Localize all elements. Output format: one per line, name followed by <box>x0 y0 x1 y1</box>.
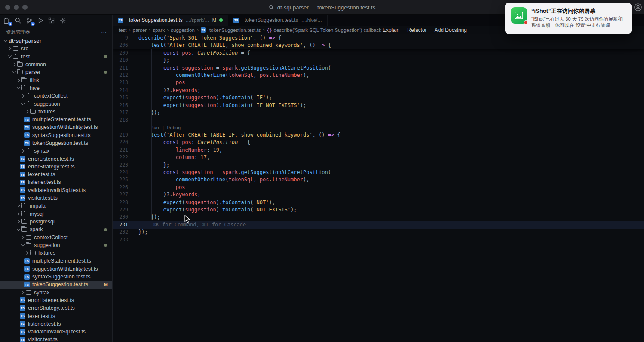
code-line-231[interactable]: 231 ⌘K for Command, ⌘I for Cascade <box>113 221 644 229</box>
code-line-230[interactable]: 230 }); <box>113 214 644 221</box>
tree-folder-mysql[interactable]: mysql <box>0 210 112 218</box>
tree-folder-hive[interactable]: hive <box>0 84 112 92</box>
code-line-220[interactable]: 220 const pos: CaretPosition = { <box>113 139 644 146</box>
tree-item-label: syntaxSuggestion.test.ts <box>32 274 91 280</box>
tree-folder-test[interactable]: test <box>0 53 112 61</box>
code-action-refactor[interactable]: Refactor <box>407 27 426 33</box>
tree-folder-fixtures[interactable]: fixtures <box>0 249 112 257</box>
typescript-file-icon: TS <box>20 329 25 335</box>
tree-folder-contextCollect[interactable]: contextCollect <box>0 233 112 241</box>
code-action-explain[interactable]: Explain <box>383 27 399 33</box>
tree-folder-flink[interactable]: flink <box>0 76 112 84</box>
tree-folder-impala[interactable]: impala <box>0 202 112 210</box>
code-line-229[interactable]: 229 expect(suggestion).toContain('NOT EX… <box>113 206 644 214</box>
code-line-226[interactable]: 226 pos <box>113 184 644 191</box>
tree-folder-syntax[interactable]: syntax <box>0 147 112 155</box>
zoom-window-button[interactable] <box>22 5 28 10</box>
tree-file-tokenSuggestion.test.ts[interactable]: TStokenSuggestion.test.tsM <box>0 281 112 288</box>
code-line-227[interactable]: 227 )?.keywords; <box>113 191 644 198</box>
tree-file-errorListener.test.ts[interactable]: TSerrorListener.test.ts <box>0 155 112 162</box>
tree-folder-contextCollect[interactable]: contextCollect <box>0 92 112 100</box>
code-line-206[interactable]: 206 test('After CREATE TABLE, show combi… <box>113 42 644 49</box>
macos-notification[interactable]: “iShot”正在访问你的屏幕 “iShot”已在过去 30 天 79 次访问你… <box>505 3 632 34</box>
tree-file-errorListener.test.ts[interactable]: TSerrorListener.test.ts <box>0 296 112 304</box>
extensions-icon[interactable] <box>47 16 56 25</box>
code-line-222[interactable]: 222 column: 17, <box>113 154 644 161</box>
search-icon[interactable] <box>13 16 23 25</box>
tree-folder-fixtures[interactable]: fixtures <box>0 108 112 116</box>
tree-file-errorStrategy.test.ts[interactable]: TSerrorStrategy.test.ts <box>0 163 112 171</box>
breadcrumb-item[interactable]: {}describe('Spark SQL Token Suggestion')… <box>267 27 381 33</box>
window-title-bar-search[interactable]: dt-sql-parser — tokenSuggestion.test.ts <box>269 4 375 10</box>
code-line-210[interactable]: 210 }; <box>113 57 644 64</box>
explorer-icon[interactable]: 1 <box>2 16 12 25</box>
tree-file-syntaxSuggestion.test.ts[interactable]: TSsyntaxSuggestion.test.ts <box>0 273 112 281</box>
code-line-216[interactable]: 216 expect(suggestion).toContain('IF NOT… <box>113 102 644 109</box>
breadcrumb-item[interactable]: spark <box>153 27 165 33</box>
tree-folder-spark[interactable]: spark <box>0 226 112 233</box>
tree-file-visitor.test.ts[interactable]: TSvisitor.test.ts <box>0 336 112 342</box>
tree-file-listener.test.ts[interactable]: TSlistener.test.ts <box>0 178 112 186</box>
code-line-209[interactable]: 209 const pos: CaretPosition = { <box>113 49 644 57</box>
run-debug-codelens[interactable]: Run | Debug <box>151 125 181 130</box>
breadcrumb-item[interactable]: TStokenSuggestion.test.ts <box>201 27 261 33</box>
tree-file-errorStrategy.test.ts[interactable]: TSerrorStrategy.test.ts <box>0 304 112 312</box>
tree-folder-src[interactable]: src <box>0 45 112 52</box>
minimize-window-button[interactable] <box>14 5 19 10</box>
code-line-224[interactable]: 224 const suggestion = spark.getSuggesti… <box>113 169 644 176</box>
code-line-219[interactable]: 219 test('After CREATE TABLE IF, show co… <box>113 131 644 139</box>
code-line-223[interactable]: 223 }; <box>113 162 644 169</box>
settings-icon[interactable] <box>58 16 67 25</box>
close-window-button[interactable] <box>5 5 10 10</box>
activity-bar: 11 <box>0 15 112 27</box>
line-number: 223 <box>113 162 128 169</box>
tree-folder-suggestion[interactable]: suggestion <box>0 241 112 249</box>
code-line-214[interactable]: 214 )?.keywords; <box>113 87 644 94</box>
breadcrumb-item[interactable]: test <box>119 27 127 33</box>
account-icon[interactable] <box>634 3 642 12</box>
code-line-221[interactable]: 221 lineNumber: 19, <box>113 147 644 154</box>
tree-file-multipleStatement.test.ts[interactable]: TSmultipleStatement.test.ts <box>0 116 112 123</box>
unsaved-changes-dot[interactable] <box>219 18 223 22</box>
tree-folder-parser[interactable]: parser <box>0 68 112 76</box>
tree-file-tokenSuggestion.test.ts[interactable]: TStokenSuggestion.test.ts <box>0 139 112 147</box>
tree-file-validateInvalidSql.test.ts[interactable]: TSvalidateInvalidSql.test.ts <box>0 328 112 336</box>
code-line-217[interactable]: 217 }); <box>113 109 644 116</box>
more-actions-icon[interactable]: ⋯ <box>101 29 107 35</box>
code-editor[interactable]: 9describe('Spark SQL Token Suggestion', … <box>113 34 644 342</box>
code-line-233[interactable]: 233 <box>113 236 644 244</box>
code-line-211[interactable]: 211 const suggestion = spark.getSuggesti… <box>113 64 644 72</box>
code-line-228[interactable]: 228 expect(suggestion).toContain('NOT'); <box>113 199 644 206</box>
breadcrumb-item[interactable]: parser <box>133 27 147 33</box>
code-line-225[interactable]: 225 commentOtherLine(tokenSql, pos.lineN… <box>113 176 644 183</box>
code-line-213[interactable]: 213 pos <box>113 79 644 86</box>
tree-folder-suggestion[interactable]: suggestion <box>0 100 112 107</box>
tab-hive-tokenSuggestion[interactable]: TS tokenSuggestion.test.ts …/hive/… <box>228 15 328 26</box>
tab-spark-tokenSuggestion[interactable]: TS tokenSuggestion.test.ts …/spark/… M <box>113 15 228 26</box>
chevron-right-icon <box>20 291 26 294</box>
code-line-212[interactable]: 212 commentOtherLine(tokenSql, pos.lineN… <box>113 72 644 79</box>
source-control-icon[interactable]: 1 <box>25 16 34 25</box>
code-line-232[interactable]: 232}); <box>113 229 644 236</box>
tree-file-suggestionWithEntity.test.ts[interactable]: TSsuggestionWithEntity.test.ts <box>0 123 112 131</box>
tree-file-validateInvalidSql.test.ts[interactable]: TSvalidateInvalidSql.test.ts <box>0 186 112 194</box>
code-line-218[interactable]: 218 <box>113 116 644 124</box>
tree-file-visitor.test.ts[interactable]: TSvisitor.test.ts <box>0 194 112 202</box>
tree-folder-dt-sql-parser[interactable]: dt-sql-parser <box>0 37 112 45</box>
code-action-add-docstring[interactable]: Add Docstring <box>435 27 467 33</box>
tree-file-multipleStatement.test.ts[interactable]: TSmultipleStatement.test.ts <box>0 257 112 265</box>
tree-file-syntaxSuggestion.test.ts[interactable]: TSsyntaxSuggestion.test.ts <box>0 131 112 139</box>
code-line-215[interactable]: 215 expect(suggestion).toContain('IF'); <box>113 94 644 101</box>
tree-file-suggestionWithEntity.test.ts[interactable]: TSsuggestionWithEntity.test.ts <box>0 265 112 273</box>
code-line-9[interactable]: 9describe('Spark SQL Token Suggestion', … <box>113 34 644 42</box>
tree-file-lexer.test.ts[interactable]: TSlexer.test.ts <box>0 171 112 178</box>
tree-folder-syntax[interactable]: syntax <box>0 289 112 296</box>
code-line[interactable]: Run | Debug <box>113 124 644 131</box>
breadcrumb-item[interactable]: suggestion <box>171 27 195 33</box>
run-debug-icon[interactable] <box>36 16 45 25</box>
tree-folder-postgresql[interactable]: postgresql <box>0 218 112 226</box>
tree-file-listener.test.ts[interactable]: TSlistener.test.ts <box>0 320 112 328</box>
typescript-file-icon: TS <box>24 140 30 146</box>
tree-folder-common[interactable]: common <box>0 61 112 68</box>
tree-file-lexer.test.ts[interactable]: TSlexer.test.ts <box>0 312 112 320</box>
